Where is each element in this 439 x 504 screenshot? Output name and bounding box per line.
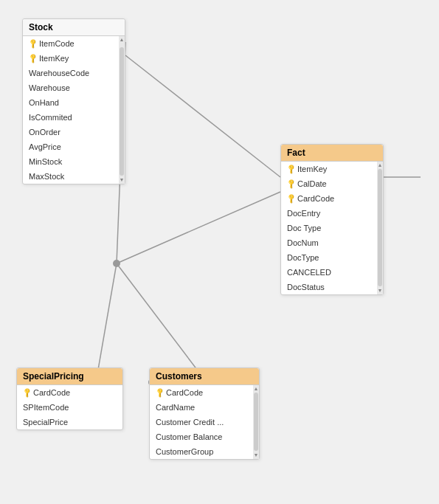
key-icon: 🔑 xyxy=(20,385,34,399)
key-icon: 🔑 xyxy=(153,385,167,399)
stock-field-onorder[interactable]: OnOrder xyxy=(23,125,125,139)
customers-field-group[interactable]: CustomerGroup xyxy=(150,444,259,459)
specialpricing-field-specialprice[interactable]: SpecialPrice xyxy=(17,415,122,429)
fact-field-canceled[interactable]: CANCELED xyxy=(281,265,383,280)
customers-table-header: Customers xyxy=(150,368,259,385)
specialpricing-table: SpecialPricing 🔑 CardCode SPItemCode Spe… xyxy=(16,367,123,430)
stock-field-warehousecode[interactable]: WarehouseCode xyxy=(23,66,125,80)
key-icon: 🔑 xyxy=(26,36,40,50)
svg-line-3 xyxy=(117,263,207,382)
stock-field-maxstock[interactable]: MaxStock xyxy=(23,169,125,184)
fact-table-header: Fact xyxy=(281,145,383,162)
fact-field-cardcode[interactable]: 🔑 CardCode xyxy=(281,191,383,206)
fact-field-caldate[interactable]: 🔑 CalDate xyxy=(281,176,383,191)
customers-field-cardname[interactable]: CardName xyxy=(150,400,259,415)
stock-table: Stock 🔑 ItemCode 🔑 ItemKey WarehouseCode… xyxy=(22,18,125,184)
specialpricing-table-header: SpecialPricing xyxy=(17,368,122,385)
svg-line-4 xyxy=(96,263,117,382)
stock-field-itemkey[interactable]: 🔑 ItemKey xyxy=(23,51,125,66)
fact-field-docentry[interactable]: DocEntry xyxy=(281,206,383,221)
fact-field-docnum[interactable]: DocNum xyxy=(281,235,383,250)
stock-field-minstock[interactable]: MinStock xyxy=(23,154,125,169)
key-icon: 🔑 xyxy=(284,176,298,190)
key-icon: 🔑 xyxy=(284,191,298,205)
fact-table-body: 🔑 ItemKey 🔑 CalDate 🔑 CardCode DocEntry … xyxy=(281,162,383,294)
fact-field-doctype[interactable]: DocType xyxy=(281,250,383,265)
key-icon: 🔑 xyxy=(284,162,298,176)
customers-field-balance[interactable]: Customer Balance xyxy=(150,429,259,444)
fact-table: Fact 🔑 ItemKey 🔑 CalDate 🔑 CardCode DocE… xyxy=(280,144,384,295)
customers-table: Customers 🔑 CardCode CardName Customer C… xyxy=(149,367,260,460)
fact-field-docstatus[interactable]: DocStatus xyxy=(281,280,383,294)
svg-line-0 xyxy=(125,55,280,177)
svg-line-2 xyxy=(117,192,280,263)
stock-scrollbar[interactable]: ▲ ▼ xyxy=(119,36,125,184)
customers-table-body: 🔑 CardCode CardName Customer Credit ... … xyxy=(150,385,259,459)
stock-field-itemcode[interactable]: 🔑 ItemCode xyxy=(23,36,125,51)
stock-field-onhand[interactable]: OnHand xyxy=(23,95,125,110)
stock-table-header: Stock xyxy=(23,19,125,36)
customers-scrollbar[interactable]: ▲ ▼ xyxy=(253,385,259,459)
fact-field-doctype-space[interactable]: Doc Type xyxy=(281,221,383,235)
fact-field-itemkey[interactable]: 🔑 ItemKey xyxy=(281,162,383,176)
stock-field-avgprice[interactable]: AvgPrice xyxy=(23,139,125,154)
customers-field-credit[interactable]: Customer Credit ... xyxy=(150,415,259,429)
stock-field-iscommited[interactable]: IsCommited xyxy=(23,110,125,125)
specialpricing-table-body: 🔑 CardCode SPItemCode SpecialPrice xyxy=(17,385,122,429)
specialpricing-field-spitemcode[interactable]: SPItemCode xyxy=(17,400,122,415)
specialpricing-field-cardcode[interactable]: 🔑 CardCode xyxy=(17,385,122,400)
stock-table-body: 🔑 ItemCode 🔑 ItemKey WarehouseCode Wareh… xyxy=(23,36,125,184)
svg-point-7 xyxy=(113,260,120,267)
stock-field-warehouse[interactable]: Warehouse xyxy=(23,80,125,95)
key-icon: 🔑 xyxy=(26,51,40,65)
fact-scrollbar[interactable]: ▲ ▼ xyxy=(377,162,383,294)
diagram-canvas: Stock 🔑 ItemCode 🔑 ItemKey WarehouseCode… xyxy=(0,0,439,504)
customers-field-cardcode[interactable]: 🔑 CardCode xyxy=(150,385,259,400)
